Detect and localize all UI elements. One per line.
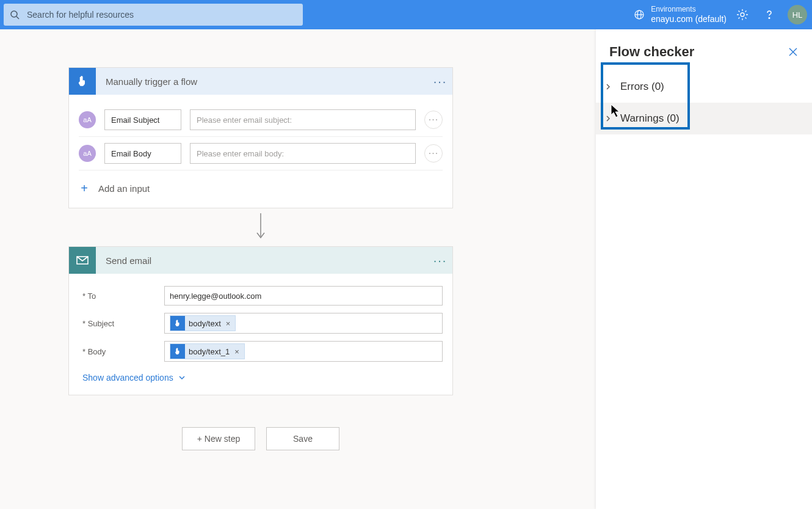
send-email-subject-row: * Subject body/text × (79, 313, 443, 334)
svg-point-5 (741, 13, 744, 16)
dynamic-content-token[interactable]: body/text_1 × (170, 343, 245, 359)
send-email-to-label: * To (82, 291, 156, 301)
send-email-subject-label: * Subject (82, 319, 156, 328)
avatar[interactable]: HL (788, 5, 807, 24)
svg-line-1 (16, 16, 19, 19)
token-remove[interactable]: × (225, 319, 232, 328)
avatar-initials: HL (792, 10, 803, 20)
search-icon (10, 10, 20, 20)
search-input[interactable] (26, 9, 297, 20)
send-email-to-input[interactable]: henry.legge@outlook.com (164, 286, 443, 306)
trigger-input-placeholder[interactable]: Please enter email subject: (190, 109, 416, 130)
action-button-row: + New step Save (68, 427, 453, 450)
token-trigger-icon (170, 316, 185, 331)
add-input-button[interactable]: + Add an input (79, 170, 443, 202)
trigger-input-label[interactable]: Email Body (104, 143, 181, 164)
trigger-card-title: Manually trigger a flow (96, 76, 428, 87)
svg-point-0 (11, 11, 17, 17)
flow-checker-warnings[interactable]: Warnings (0) (596, 103, 812, 134)
send-email-card-menu[interactable]: ··· (428, 254, 452, 268)
flow-checker-panel: Flow checker Errors (0) Warnings (0) (596, 29, 812, 509)
send-email-body-input[interactable]: body/text_1 × (164, 341, 443, 362)
send-email-subject-input[interactable]: body/text × (164, 313, 443, 334)
send-email-card-title: Send email (96, 255, 428, 266)
trigger-input-row: aA Email Body Please enter email body: ·… (79, 137, 443, 170)
search-box[interactable] (4, 4, 303, 26)
email-icon (69, 247, 96, 274)
close-panel-button[interactable] (788, 46, 799, 57)
gear-icon (736, 9, 749, 21)
send-email-body-row: * Body body/text_1 × (79, 341, 443, 362)
close-icon (788, 46, 799, 57)
flow-checker-errors[interactable]: Errors (0) (596, 71, 812, 103)
errors-label: Errors (0) (620, 81, 664, 93)
environment-label: Environments (651, 5, 727, 14)
trigger-input-menu[interactable]: ··· (424, 144, 443, 163)
token-label: body/text_1 (189, 347, 230, 356)
trigger-card-menu[interactable]: ··· (428, 75, 452, 89)
connector-arrow (68, 208, 453, 246)
chevron-down-icon (178, 374, 186, 381)
warnings-label: Warnings (0) (620, 112, 680, 125)
settings-button[interactable] (731, 4, 753, 26)
trigger-input-menu[interactable]: ··· (424, 111, 443, 129)
globe-icon (634, 9, 645, 20)
environment-selector[interactable]: Environments enayu.com (default) (634, 5, 727, 24)
send-email-card-header[interactable]: Send email ··· (69, 247, 452, 274)
chevron-right-icon (604, 115, 612, 122)
send-email-to-row: * To henry.legge@outlook.com (79, 286, 443, 306)
trigger-input-placeholder[interactable]: Please enter email body: (190, 143, 416, 164)
send-email-body-label: * Body (82, 347, 156, 356)
send-email-to-value: henry.legge@outlook.com (170, 291, 261, 301)
new-step-button[interactable]: + New step (182, 427, 255, 450)
help-button[interactable] (758, 4, 780, 26)
topbar: Environments enayu.com (default) HL (0, 0, 812, 29)
send-email-card: Send email ··· * To henry.legge@outlook.… (68, 246, 453, 395)
advanced-options-label: Show advanced options (82, 373, 173, 383)
flow-checker-title: Flow checker (609, 44, 694, 60)
trigger-card-header[interactable]: Manually trigger a flow ··· (69, 68, 452, 95)
environment-value: enayu.com (default) (651, 14, 727, 24)
trigger-input-row: aA Email Subject Please enter email subj… (79, 103, 443, 137)
token-label: body/text (189, 319, 221, 328)
trigger-input-label[interactable]: Email Subject (104, 109, 181, 130)
help-icon (763, 9, 775, 21)
chevron-right-icon (604, 83, 612, 90)
dynamic-content-token[interactable]: body/text × (170, 315, 236, 331)
text-type-icon: aA (79, 145, 96, 162)
manual-trigger-icon (69, 68, 96, 95)
token-remove[interactable]: × (233, 347, 241, 356)
plus-icon: + (79, 181, 90, 196)
token-trigger-icon (170, 344, 185, 359)
add-input-label: Add an input (98, 183, 150, 194)
text-type-icon: aA (79, 111, 96, 128)
show-advanced-options[interactable]: Show advanced options (79, 369, 189, 389)
svg-point-6 (769, 18, 770, 19)
save-button[interactable]: Save (266, 427, 339, 450)
trigger-card: Manually trigger a flow ··· aA Email Sub… (68, 67, 453, 208)
